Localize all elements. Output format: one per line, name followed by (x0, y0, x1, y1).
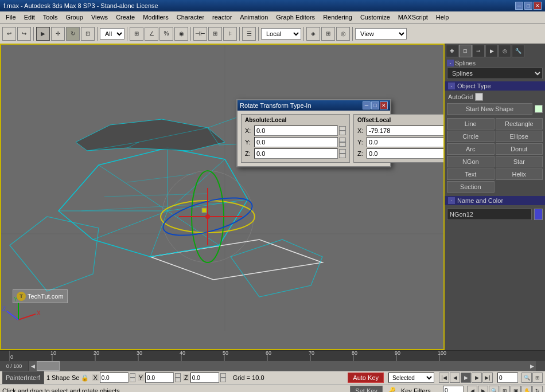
abs-z-down[interactable]: ▼ (339, 154, 346, 158)
menu-create[interactable]: Create (112, 13, 138, 22)
section-button[interactable]: Section (447, 181, 495, 193)
viewport-zoom-all[interactable]: ⊞ (500, 386, 510, 393)
viewport-max[interactable]: ▣ (511, 386, 521, 393)
menu-file[interactable]: File (2, 13, 20, 22)
off-x-input[interactable] (367, 126, 445, 136)
menu-graph-editors[interactable]: Graph Editors (272, 13, 318, 22)
dialog-close-button[interactable]: ✕ (380, 101, 388, 109)
array-button[interactable]: ⊞ (208, 27, 222, 41)
dialog-min-button[interactable]: ─ (363, 101, 371, 109)
y-up[interactable]: ▲ (175, 373, 181, 378)
x-up[interactable]: ▲ (130, 373, 135, 378)
coord-system[interactable]: Local World (261, 28, 301, 40)
z-down[interactable]: ▼ (220, 378, 226, 382)
close-button[interactable]: ✕ (534, 2, 542, 10)
menu-modifiers[interactable]: Modifiers (139, 13, 172, 22)
viewport-pan[interactable]: ✋ (521, 386, 532, 393)
viewport-orbit[interactable]: ↻ (532, 386, 543, 393)
pan-time-button[interactable]: ⊞ (532, 373, 543, 383)
line-button[interactable]: Line (447, 118, 495, 130)
abs-x-input[interactable] (254, 126, 338, 136)
redo-button[interactable]: ↪ (17, 27, 31, 41)
next-frame-button[interactable]: ▶ (472, 373, 482, 383)
angle-snap[interactable]: ∠ (145, 27, 158, 41)
timeline-left-arrow[interactable]: ◀ (29, 361, 37, 371)
dialog-max-button[interactable]: □ (371, 101, 379, 109)
circle-button[interactable]: Circle (447, 131, 495, 142)
key-filters-label[interactable]: Key Filters... (401, 387, 436, 393)
abs-y-down[interactable]: ▼ (339, 142, 346, 147)
expand-btn[interactable]: - (447, 60, 454, 66)
prev-frame-button[interactable]: ◀ (450, 373, 460, 383)
minimize-button[interactable]: ─ (515, 2, 523, 10)
viewport-layout[interactable]: View (355, 28, 407, 40)
key-nav-next[interactable]: ▶ (478, 386, 488, 393)
timeline-track[interactable] (37, 361, 528, 371)
menu-help[interactable]: Help (433, 13, 453, 22)
time-input[interactable] (497, 373, 518, 383)
menu-group[interactable]: Group (62, 13, 87, 22)
modify-panel-icon[interactable]: ⊡ (459, 45, 472, 57)
timeline-right-arrow[interactable]: ▶ (528, 361, 536, 371)
z-coord-input[interactable] (190, 373, 219, 383)
play-button[interactable]: ▶ (461, 373, 471, 383)
move-button[interactable]: ✛ (51, 27, 65, 41)
rotate-button[interactable]: ↻ (66, 27, 80, 41)
abs-x-up[interactable]: ▲ (339, 126, 346, 131)
display-panel-icon[interactable]: ◎ (499, 45, 511, 57)
create-panel-icon[interactable]: ✚ (446, 45, 458, 57)
selection-filter[interactable]: All (100, 28, 124, 40)
key-nav-prev[interactable]: ◀ (467, 386, 477, 393)
y-down[interactable]: ▼ (175, 378, 181, 382)
off-y-input[interactable] (367, 137, 445, 147)
abs-y-up[interactable]: ▲ (339, 138, 346, 142)
motion-panel-icon[interactable]: ▶ (485, 45, 498, 57)
autogrid-checkbox[interactable] (475, 93, 483, 101)
curve-editor[interactable]: ◈ (306, 27, 320, 41)
hierarchy-panel-icon[interactable]: ⊸ (472, 45, 485, 57)
star-button[interactable]: Star (496, 156, 543, 167)
select-button[interactable]: ▶ (36, 27, 50, 41)
abs-z-up[interactable]: ▲ (339, 149, 346, 154)
auto-key-button[interactable]: Auto Key (348, 373, 384, 383)
mirror-button[interactable]: ⊣⊢ (193, 27, 207, 41)
color-picker[interactable] (534, 209, 543, 220)
selected-dropdown[interactable]: Selected (388, 373, 434, 383)
percent-snap[interactable]: % (159, 27, 173, 41)
scale-button[interactable]: ⊡ (81, 27, 95, 41)
key-time-input[interactable] (443, 386, 464, 393)
set-key-button[interactable]: Set Key (350, 386, 383, 393)
ngon-button[interactable]: NGon (447, 156, 495, 167)
y-coord-input[interactable] (145, 373, 174, 383)
name-color-collapse[interactable]: - (448, 197, 455, 204)
align-button[interactable]: ⊧ (223, 27, 237, 41)
lock-icon[interactable]: 🔒 (80, 373, 89, 382)
viewport[interactable]: Perspective (0, 44, 445, 350)
ellipse-button[interactable]: Ellipse (496, 131, 543, 142)
next-key-button[interactable]: ▶| (482, 373, 493, 383)
menu-customize[interactable]: Customize (357, 13, 394, 22)
viewport-zoom[interactable]: 🔍 (489, 386, 499, 393)
undo-button[interactable]: ↩ (2, 27, 16, 41)
x-down[interactable]: ▼ (130, 378, 135, 382)
menu-views[interactable]: Views (88, 13, 111, 22)
snap-toggle[interactable]: ⊞ (130, 27, 143, 41)
material-editor[interactable]: ◎ (336, 27, 350, 41)
utilities-panel-icon[interactable]: 🔧 (512, 45, 524, 57)
helix-button[interactable]: Helix (496, 168, 543, 180)
menu-edit[interactable]: Edit (21, 13, 38, 22)
schematic[interactable]: ⊞ (321, 27, 335, 41)
menu-tools[interactable]: Tools (40, 13, 61, 22)
donut-button[interactable]: Donut (496, 143, 543, 155)
menu-character[interactable]: Character (173, 13, 208, 22)
splines-dropdown[interactable]: Splines (447, 68, 543, 79)
start-shape-checkbox[interactable] (535, 105, 543, 113)
timeline-thumb[interactable] (37, 361, 60, 371)
menu-maxscript[interactable]: MAXScript (395, 13, 431, 22)
abs-z-input[interactable] (254, 148, 338, 159)
off-z-input[interactable] (367, 148, 445, 159)
abs-y-input[interactable] (254, 137, 338, 147)
rectangle-button[interactable]: Rectangle (496, 118, 543, 130)
menu-reactor[interactable]: reactor (209, 13, 235, 22)
menu-rendering[interactable]: Rendering (320, 13, 356, 22)
